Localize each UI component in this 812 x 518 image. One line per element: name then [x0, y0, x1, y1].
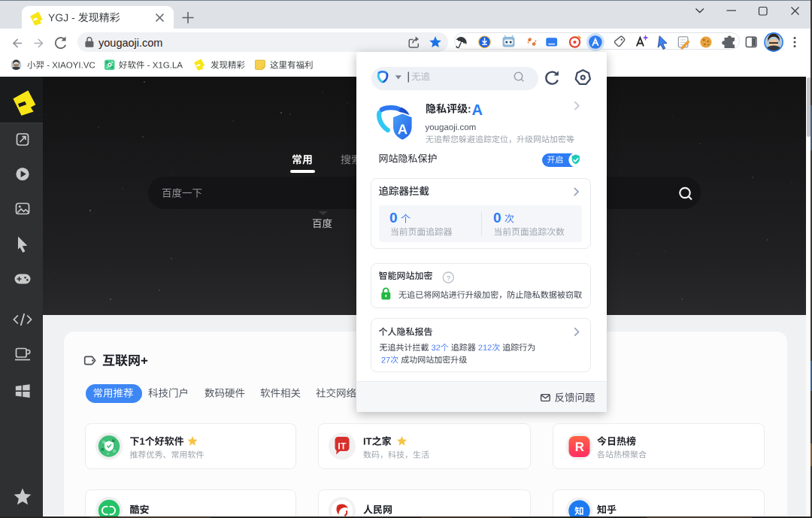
svg-text:?: ?	[447, 274, 450, 282]
